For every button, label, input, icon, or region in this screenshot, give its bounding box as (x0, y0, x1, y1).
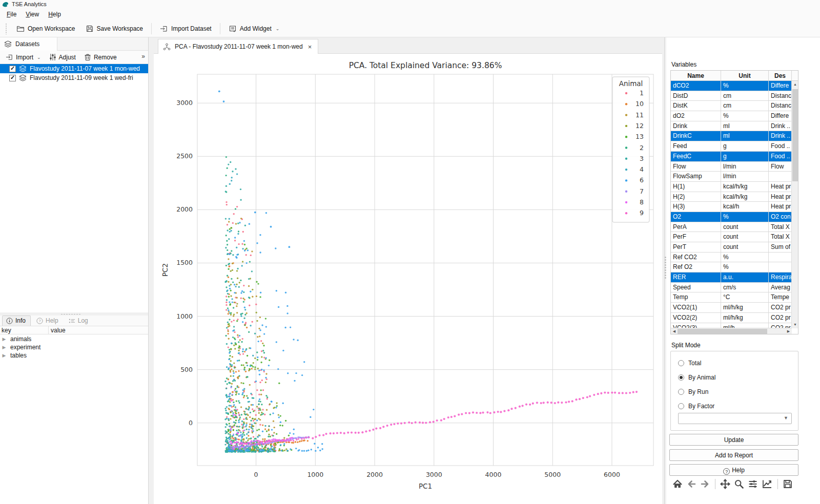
variable-row[interactable]: H(2)kcal/h/kgHeat pr (671, 192, 792, 202)
scroll-right-icon[interactable]: ▶ (785, 328, 792, 334)
key-column-header[interactable]: key (0, 326, 49, 334)
info-key-label: experiment (8, 344, 40, 351)
radio-icon[interactable] (678, 360, 684, 366)
variables-horizontal-scrollbar[interactable]: ◀ ▶ (671, 328, 792, 334)
svg-text:Animal: Animal (619, 79, 643, 88)
variable-row[interactable]: Temp°CTempe (671, 292, 792, 303)
variable-row[interactable]: DistKcmDistanc (671, 101, 792, 111)
save-workspace-button[interactable]: Save Workspace (80, 22, 149, 35)
toolbar-overflow-button[interactable]: » (141, 53, 145, 60)
expand-arrow-icon[interactable]: ▶ (0, 345, 8, 350)
radio-by-animal[interactable]: By Animal (678, 374, 715, 381)
menu-help[interactable]: Help (44, 9, 66, 19)
tab-datasets[interactable]: Datasets (0, 37, 57, 51)
scrollbar-thumb[interactable] (678, 329, 767, 334)
tab-help[interactable]: ? Help (33, 316, 63, 326)
dataset-remove-label: Remove (94, 54, 117, 61)
info-tree-row[interactable]: ▶animals (0, 335, 148, 343)
variable-row[interactable]: Ref CO2% (671, 253, 792, 263)
import-dataset-button[interactable]: Import Dataset (155, 22, 217, 35)
pca-widget-icon (163, 43, 171, 51)
radio-icon[interactable] (678, 374, 684, 381)
variable-row[interactable]: PerTcountSum of (671, 242, 792, 253)
update-button[interactable]: Update (669, 434, 798, 446)
variable-row[interactable]: DistDcmDistanc (671, 91, 792, 101)
svg-text:10: 10 (636, 100, 644, 108)
variable-row[interactable]: O2%O2 con (671, 212, 792, 222)
svg-text:6: 6 (640, 176, 644, 184)
variable-row[interactable]: VCO2(1)ml/h/kgCO2 pr (671, 303, 792, 313)
variable-row[interactable]: VCO2(2)ml/h/kgCO2 pr (671, 313, 792, 323)
factor-dropdown[interactable]: ▼ (678, 413, 792, 424)
description-column-header[interactable]: Des (769, 71, 792, 80)
tab-log[interactable]: Log (65, 316, 93, 326)
add-to-report-button[interactable]: Add to Report (669, 449, 798, 461)
chevron-down-icon: ▼ (784, 415, 788, 421)
menu-file[interactable]: File (2, 9, 21, 19)
name-column-header[interactable]: Name (671, 71, 721, 80)
radio-icon[interactable] (678, 389, 684, 395)
variable-cell: kcal/h (721, 202, 769, 212)
close-icon[interactable]: × (307, 43, 313, 51)
scrollbar-thumb[interactable] (792, 89, 798, 181)
tab-pca-document[interactable]: PCA - Flavostudy 2011-11-07 week 1 mon-w… (158, 39, 318, 54)
dataset-import-button[interactable]: Import ⌄ (2, 52, 45, 62)
variable-row[interactable]: PerFcountTotal X (671, 232, 792, 242)
value-column-header[interactable]: value (49, 326, 66, 334)
open-workspace-button[interactable]: Open Workspace (11, 22, 80, 35)
variables-vertical-scrollbar[interactable]: ▲ ▼ (791, 81, 798, 328)
help-button[interactable]: ?Help (669, 464, 798, 476)
dataset-checkbox[interactable] (9, 75, 16, 81)
variable-row[interactable]: Speedcm/sAverag (671, 283, 792, 293)
scroll-up-icon[interactable]: ▲ (792, 81, 798, 88)
pca-scatter-chart[interactable]: 0100020003000400050006000050010001500200… (154, 54, 662, 504)
zoom-icon[interactable] (734, 479, 744, 489)
scroll-left-icon[interactable]: ◀ (671, 328, 678, 334)
dataset-item[interactable]: Flavostudy 2011-11-09 week 1 wed-fri (0, 73, 148, 82)
variable-row[interactable]: H(1)kcal/h/kgHeat pr (671, 182, 792, 192)
dataset-adjust-button[interactable]: Adjust (46, 52, 79, 62)
forward-icon[interactable] (700, 479, 710, 489)
variable-cell: Flow (671, 162, 721, 172)
back-icon[interactable] (686, 479, 696, 489)
info-tree-row[interactable]: ▶tables (0, 351, 148, 360)
expand-arrow-icon[interactable]: ▶ (0, 353, 8, 358)
variables-table[interactable]: Name Unit Des dCO2%DiffereDistDcmDistanc… (670, 70, 798, 334)
radio-total[interactable]: Total (678, 360, 701, 367)
edit-plot-icon[interactable] (762, 479, 773, 489)
unit-column-header[interactable]: Unit (721, 71, 769, 80)
radio-by-factor[interactable]: By Factor (678, 403, 714, 410)
variable-row[interactable]: RERa.u.Respira (671, 272, 792, 283)
dataset-remove-button[interactable]: Remove (80, 52, 120, 62)
pan-icon[interactable] (720, 479, 730, 489)
variable-row[interactable]: dCO2%Differe (671, 81, 792, 91)
info-tree-row[interactable]: ▶experiment (0, 343, 148, 351)
variable-row[interactable]: FlowSampl/min (671, 172, 792, 182)
document-tabbar: PCA - Flavostudy 2011-11-07 week 1 mon-w… (154, 37, 662, 54)
variable-row[interactable]: dO2%Differe (671, 111, 792, 121)
radio-icon[interactable] (678, 403, 684, 409)
variable-row[interactable]: Flowl/minFlow (671, 162, 792, 172)
save-icon[interactable] (783, 479, 793, 489)
configure-subplots-icon[interactable] (748, 479, 758, 489)
variable-row[interactable]: DrinkCmlDrink .. (671, 131, 792, 141)
tab-info[interactable]: Info (2, 316, 31, 326)
scroll-down-icon[interactable]: ▼ (792, 321, 798, 328)
variable-row[interactable]: FeedCgFood .. (671, 152, 792, 162)
home-icon[interactable] (672, 479, 683, 489)
radio-by-run[interactable]: By Run (678, 388, 708, 395)
variable-row[interactable]: H(3)kcal/hHeat pr (671, 202, 792, 212)
variable-row[interactable]: DrinkmlDrink .. (671, 121, 792, 132)
expand-arrow-icon[interactable]: ▶ (0, 337, 8, 342)
variable-row[interactable]: Ref O2% (671, 262, 792, 272)
add-widget-button[interactable]: Add Widget ⌄ (223, 22, 285, 35)
folder-open-icon (16, 25, 25, 33)
toolbar-grip[interactable] (5, 23, 7, 34)
dataset-checkbox[interactable] (9, 66, 16, 72)
dataset-item[interactable]: Flavostudy 2011-11-07 week 1 mon-wed (0, 64, 148, 73)
variable-row[interactable]: PerAcountTotal X (671, 222, 792, 233)
menu-view[interactable]: View (21, 9, 44, 19)
svg-text:?: ? (38, 319, 40, 323)
variable-cell: cm (721, 91, 769, 101)
variable-row[interactable]: FeedgFood .. (671, 141, 792, 152)
